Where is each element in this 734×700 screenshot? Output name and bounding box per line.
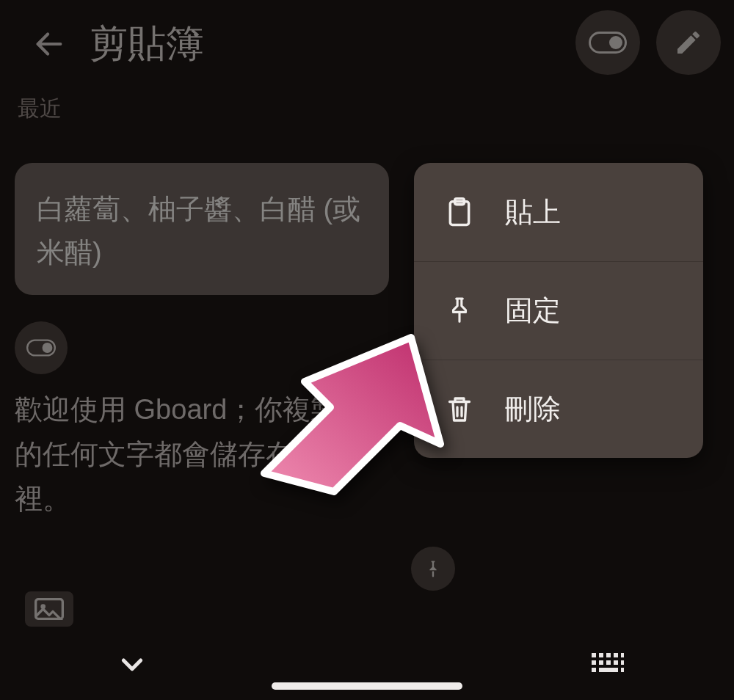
toggle-icon xyxy=(589,32,627,54)
keyboard-button[interactable] xyxy=(592,653,624,675)
svg-rect-14 xyxy=(592,660,596,665)
svg-rect-20 xyxy=(599,668,618,672)
svg-point-2 xyxy=(609,36,622,49)
header-bar: 剪貼簿 xyxy=(0,0,734,88)
context-menu: 貼上 固定 刪除 xyxy=(414,163,703,458)
edit-button[interactable] xyxy=(656,10,721,75)
svg-rect-16 xyxy=(606,660,611,665)
pin-icon xyxy=(411,547,455,591)
trash-icon xyxy=(443,395,476,424)
svg-rect-9 xyxy=(592,653,596,657)
pin-icon xyxy=(443,296,476,326)
page-title: 剪貼簿 xyxy=(90,18,204,70)
menu-item-label: 固定 xyxy=(505,292,561,329)
pencil-icon xyxy=(674,28,703,57)
menu-item-paste[interactable]: 貼上 xyxy=(414,163,703,261)
svg-rect-10 xyxy=(599,653,603,657)
clipboard-item[interactable]: 白蘿蔔、柚子醬、白醋 (或米醋) xyxy=(15,163,389,295)
clipboard-item-text: 白蘿蔔、柚子醬、白醋 (或米醋) xyxy=(37,194,360,268)
chevron-down-icon xyxy=(117,649,147,679)
svg-rect-15 xyxy=(599,660,603,665)
svg-rect-17 xyxy=(614,660,618,665)
svg-rect-18 xyxy=(621,660,624,665)
header-actions xyxy=(575,10,721,75)
keyboard-icon xyxy=(592,653,624,675)
tip-card-welcome: 歡迎使用 Gboard；你複製的任何文字都會儲存在這裡。 xyxy=(15,321,360,521)
section-label-recent: 最近 xyxy=(18,94,62,124)
menu-item-pin[interactable]: 固定 xyxy=(414,261,703,360)
back-button[interactable] xyxy=(16,11,82,77)
home-indicator xyxy=(272,682,462,690)
svg-rect-12 xyxy=(614,653,618,657)
clipboard-icon xyxy=(443,197,476,227)
svg-rect-13 xyxy=(621,653,624,657)
svg-rect-21 xyxy=(621,668,624,672)
image-icon xyxy=(25,591,73,627)
arrow-left-icon xyxy=(32,27,66,61)
toggle-icon xyxy=(15,321,68,374)
svg-point-4 xyxy=(43,343,53,353)
menu-item-delete[interactable]: 刪除 xyxy=(414,360,703,458)
clipboard-toggle-button[interactable] xyxy=(575,10,640,75)
tip-text: 歡迎使用 Gboard；你複製的任何文字都會儲存在這裡。 xyxy=(15,394,338,514)
svg-rect-11 xyxy=(606,653,611,657)
collapse-button[interactable] xyxy=(117,649,147,679)
svg-rect-19 xyxy=(592,668,596,672)
menu-item-label: 刪除 xyxy=(505,390,561,428)
menu-item-label: 貼上 xyxy=(505,194,561,231)
